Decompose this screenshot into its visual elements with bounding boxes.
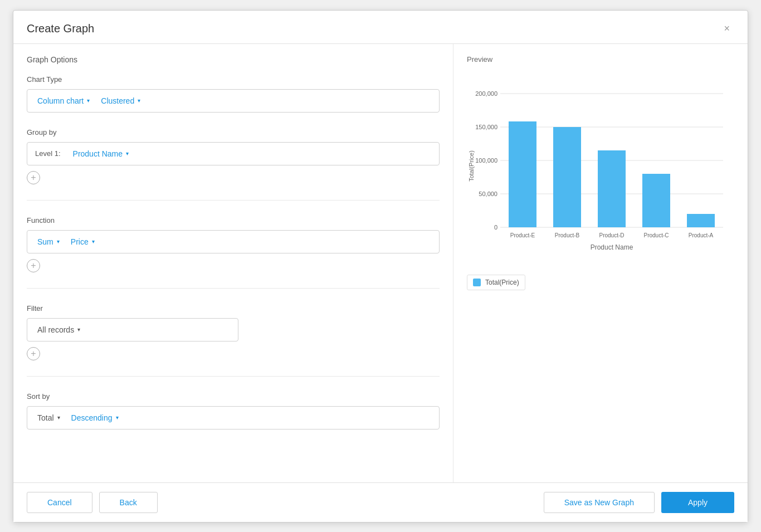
group-by-group: Group by Level 1: Product Name ▾ +: [27, 128, 440, 184]
add-filter-button[interactable]: +: [27, 347, 40, 360]
filter-row: All records ▾: [27, 318, 238, 341]
svg-text:Product-C: Product-C: [643, 232, 669, 238]
footer-left: Cancel Back: [27, 492, 158, 513]
chart-type-label: Chart Type: [27, 75, 440, 84]
chevron-down-icon: ▾: [138, 97, 140, 104]
svg-text:Product-B: Product-B: [555, 232, 580, 238]
add-group-by-button[interactable]: +: [27, 171, 40, 184]
chevron-down-icon: ▾: [87, 97, 90, 104]
sort-by-row: Total ▾ Descending ▾: [27, 406, 440, 429]
group-by-row: Level 1: Product Name ▾: [27, 142, 440, 165]
legend-label: Total(Price): [485, 279, 519, 286]
legend-color: [473, 279, 481, 286]
sort-field-dropdown[interactable]: Total ▾: [35, 412, 62, 423]
filter-label: Filter: [27, 304, 440, 313]
chevron-down-icon: ▾: [77, 326, 80, 333]
chevron-down-icon: ▾: [57, 414, 60, 421]
left-panel: Graph Options Chart Type Column chart ▾ …: [13, 44, 453, 482]
filter-dropdown[interactable]: All records ▾: [35, 324, 82, 335]
chart-type-row: Column chart ▾ Clustered ▾: [27, 89, 440, 113]
chart-type-dropdown[interactable]: Column chart ▾: [35, 95, 92, 106]
chart-legend: Total(Price): [467, 275, 525, 290]
filter-group: Filter All records ▾ +: [27, 304, 440, 360]
function-group: Function Sum ▾ Price ▾ +: [27, 216, 440, 272]
svg-text:Total(Price): Total(Price): [468, 150, 475, 182]
chevron-down-icon: ▾: [116, 414, 119, 421]
graph-options-label: Graph Options: [27, 55, 440, 64]
divider2: [27, 288, 440, 289]
add-function-button[interactable]: +: [27, 259, 40, 272]
footer-right: Save as New Graph Apply: [544, 492, 734, 513]
bar-chart: 200,000 150,000 100,000 50,000 0 Total(P…: [467, 77, 734, 266]
chevron-down-icon: ▾: [92, 238, 95, 245]
bar-product-c: [642, 174, 670, 227]
dialog-header: Create Graph ×: [13, 11, 748, 44]
cancel-button[interactable]: Cancel: [27, 492, 92, 513]
chevron-down-icon: ▾: [57, 238, 60, 245]
create-graph-dialog: Create Graph × Graph Options Chart Type …: [13, 10, 748, 523]
svg-text:50,000: 50,000: [479, 191, 497, 197]
bar-product-a: [687, 214, 715, 227]
chart-style-dropdown[interactable]: Clustered ▾: [99, 95, 143, 106]
sort-order-dropdown[interactable]: Descending ▾: [69, 412, 121, 423]
close-button[interactable]: ×: [719, 21, 734, 37]
dialog-footer: Cancel Back Save as New Graph Apply: [13, 482, 748, 522]
function-agg-dropdown[interactable]: Sum ▾: [35, 236, 62, 247]
sort-by-label: Sort by: [27, 392, 440, 401]
back-button[interactable]: Back: [99, 492, 158, 513]
svg-text:0: 0: [494, 224, 497, 231]
bar-product-b: [553, 127, 581, 227]
dialog-title: Create Graph: [27, 22, 94, 35]
svg-text:Product-A: Product-A: [689, 232, 714, 238]
function-label: Function: [27, 216, 440, 224]
divider3: [27, 376, 440, 377]
level-label: Level 1:: [35, 149, 61, 158]
svg-text:100,000: 100,000: [475, 157, 497, 164]
function-row: Sum ▾ Price ▾: [27, 230, 440, 253]
svg-text:200,000: 200,000: [475, 90, 497, 97]
chevron-down-icon: ▾: [126, 150, 129, 157]
preview-label: Preview: [467, 55, 734, 64]
right-panel: Preview 200,000 150,000 100,000 50,000: [453, 44, 748, 482]
svg-text:150,000: 150,000: [475, 124, 497, 130]
sort-by-group: Sort by Total ▾ Descending ▾: [27, 392, 440, 429]
svg-text:Product-E: Product-E: [510, 232, 535, 238]
bar-product-e: [509, 121, 536, 227]
group-by-field-dropdown[interactable]: Product Name ▾: [71, 148, 131, 159]
apply-button[interactable]: Apply: [661, 492, 734, 513]
dialog-body: Graph Options Chart Type Column chart ▾ …: [13, 44, 748, 482]
svg-text:Product-D: Product-D: [599, 232, 624, 238]
chart-container: 200,000 150,000 100,000 50,000 0 Total(P…: [467, 71, 734, 296]
save-as-new-graph-button[interactable]: Save as New Graph: [544, 492, 655, 513]
bar-product-d: [598, 150, 626, 227]
function-field-dropdown[interactable]: Price ▾: [69, 236, 97, 247]
svg-text:Product Name: Product Name: [591, 243, 633, 251]
chart-type-group: Chart Type Column chart ▾ Clustered ▾: [27, 75, 440, 113]
group-by-label: Group by: [27, 128, 440, 136]
divider: [27, 200, 440, 201]
